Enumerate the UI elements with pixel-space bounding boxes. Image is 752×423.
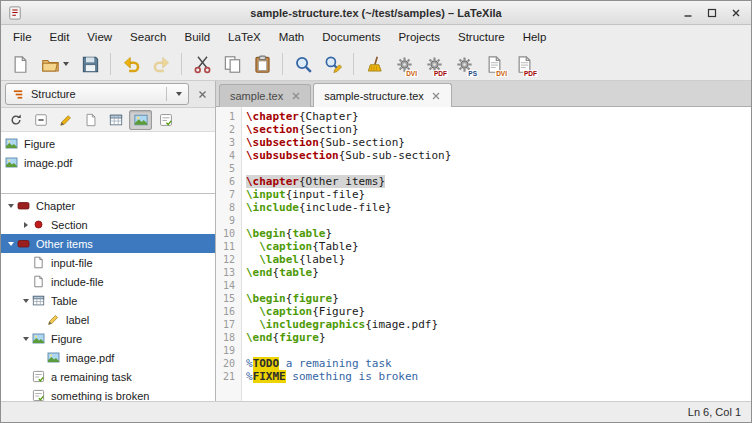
find-button[interactable] (289, 51, 317, 78)
close-icon[interactable] (730, 7, 741, 18)
tree-item-figure[interactable]: Figure (1, 329, 215, 348)
tree-item-include-file[interactable]: include-file (1, 272, 215, 291)
open-document-button[interactable] (36, 51, 74, 78)
close-panel-icon[interactable] (193, 85, 211, 103)
line-number: 3 (216, 136, 241, 149)
tree-item-label: label (66, 314, 89, 326)
tree-item-a-remaining-task[interactable]: a remaining task (1, 367, 215, 386)
close-tab-icon[interactable] (432, 91, 441, 100)
menu-projects[interactable]: Projects (389, 25, 449, 48)
view-dvi-button[interactable]: DVI (480, 51, 508, 78)
title-bar[interactable]: sample-structure.tex (~/test/samples) – … (1, 1, 751, 25)
tab-label: sample.tex (230, 90, 283, 102)
build-pdf-button[interactable]: PDF (420, 51, 448, 78)
chevron-down-icon[interactable] (63, 62, 69, 66)
show-todos-button[interactable] (154, 110, 177, 130)
undo-button[interactable] (117, 51, 145, 78)
tab-sample-tex[interactable]: sample.tex (219, 84, 311, 107)
menu-edit[interactable]: Edit (41, 25, 79, 48)
main-area: Structure Figureimage.pdf ChapterSection… (1, 81, 751, 401)
menu-file[interactable]: File (4, 25, 41, 48)
code-line: 16 \caption{Figure} (216, 305, 751, 318)
code-editor[interactable]: 1\chapter{Chapter}2\section{Section}3\su… (216, 107, 751, 401)
minimize-icon[interactable] (682, 7, 693, 18)
panel-selector-combo[interactable]: Structure (5, 83, 189, 105)
expander-closed-icon[interactable] (20, 222, 32, 228)
format-badge: DVI (405, 70, 418, 77)
code-line: 5 (216, 162, 751, 175)
build-dvi-button[interactable]: DVI (390, 51, 418, 78)
show-labels-button[interactable] (54, 110, 77, 130)
tab-sample-structure-tex[interactable]: sample-structure.tex (313, 83, 452, 107)
tree-item-label[interactable]: label (1, 310, 215, 329)
tree-item-table[interactable]: Table (1, 291, 215, 310)
tree-item-image-pdf[interactable]: image.pdf (1, 153, 215, 172)
line-number: 15 (216, 292, 241, 305)
window-title: sample-structure.tex (~/test/samples) – … (1, 7, 751, 19)
copy-button[interactable] (218, 51, 246, 78)
tab-label: sample-structure.tex (324, 90, 424, 102)
expander-open-icon[interactable] (20, 299, 32, 303)
view-pdf-button[interactable]: PDF (510, 51, 538, 78)
show-figures-button[interactable] (129, 110, 152, 130)
menu-structure[interactable]: Structure (449, 25, 514, 48)
menu-search[interactable]: Search (121, 25, 175, 48)
tree-item-label: Figure (24, 138, 55, 150)
show-tables-button[interactable] (104, 110, 127, 130)
structure-flat-list: Figureimage.pdf (1, 132, 215, 194)
code-line: 4\subsubsection{Sub-sub-section} (216, 149, 751, 162)
code-line: 13\end{table} (216, 266, 751, 279)
redo-button[interactable] (147, 51, 175, 78)
menu-view[interactable]: View (78, 25, 121, 48)
line-number: 19 (216, 344, 241, 357)
code-line: 17 \includegraphics{image.pdf} (216, 318, 751, 331)
paste-button[interactable] (248, 51, 276, 78)
expander-open-icon[interactable] (5, 204, 17, 208)
code-line: 20%TODO a remaining task (216, 357, 751, 370)
show-tables-icon (109, 113, 123, 127)
collapse-all-button[interactable] (29, 110, 52, 130)
close-tab-icon[interactable] (291, 92, 300, 101)
expander-open-icon[interactable] (5, 242, 17, 246)
tree-item-other-items[interactable]: Other items (1, 234, 215, 253)
table-icon (32, 294, 46, 307)
menu-help[interactable]: Help (514, 25, 556, 48)
menu-documents[interactable]: Documents (313, 25, 389, 48)
paste-icon (253, 55, 272, 74)
tree-item-section[interactable]: Section (1, 215, 215, 234)
find-replace-button[interactable] (319, 51, 347, 78)
tab-bar: sample.texsample-structure.tex (216, 81, 751, 107)
show-labels-icon (59, 113, 73, 127)
code-line: 19 (216, 344, 751, 357)
show-included-files-button[interactable] (79, 110, 102, 130)
cut-button[interactable] (188, 51, 216, 78)
menu-latex[interactable]: LaTeX (219, 25, 270, 48)
line-number: 4 (216, 149, 241, 162)
undo-icon (122, 55, 141, 74)
structure-panel-toolbar (1, 108, 215, 132)
code-line: 7\input{input-file} (216, 188, 751, 201)
file-icon (32, 275, 46, 288)
tree-item-something-is-broken[interactable]: something is broken (1, 386, 215, 401)
todo-icon (32, 389, 46, 401)
expander-open-icon[interactable] (20, 337, 32, 341)
copy-icon (223, 55, 242, 74)
tree-item-image-pdf[interactable]: image.pdf (1, 348, 215, 367)
refresh-button[interactable] (4, 110, 27, 130)
clean-button[interactable] (360, 51, 388, 78)
code-line: 1\chapter{Chapter} (216, 110, 751, 123)
tree-item-chapter[interactable]: Chapter (1, 196, 215, 215)
maximize-icon[interactable] (706, 7, 717, 18)
tree-item-figure[interactable]: Figure (1, 134, 215, 153)
chapter-icon (17, 237, 31, 250)
tree-item-label: Table (51, 295, 77, 307)
menu-bar: FileEditViewSearchBuildLaTeXMathDocument… (1, 25, 751, 48)
menu-build[interactable]: Build (176, 25, 220, 48)
build-ps-button[interactable]: PS (450, 51, 478, 78)
tree-item-input-file[interactable]: input-file (1, 253, 215, 272)
new-document-button[interactable] (6, 51, 34, 78)
save-button[interactable] (76, 51, 104, 78)
line-number: 16 (216, 305, 241, 318)
panel-selector-label: Structure (31, 88, 76, 100)
menu-math[interactable]: Math (270, 25, 314, 48)
